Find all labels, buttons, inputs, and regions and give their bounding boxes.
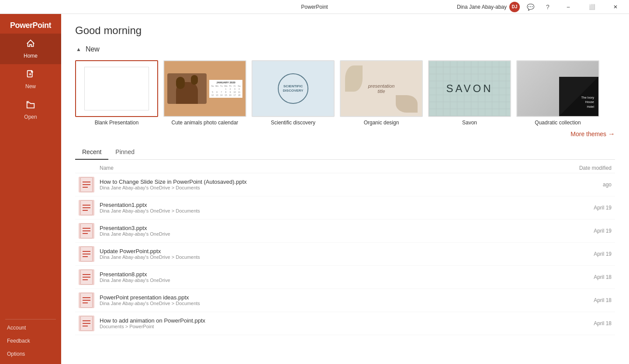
templates-grid: Blank Presentation	[75, 60, 615, 127]
blank-thumb	[75, 60, 158, 117]
template-animals[interactable]: JANUARY 2020 SuMoTuWeThFrSa 1234 5678910…	[163, 60, 246, 127]
animals-thumb: JANUARY 2020 SuMoTuWeThFrSa 1234 5678910…	[163, 60, 246, 117]
sidebar-divider	[5, 319, 56, 319]
blank-slide	[84, 67, 149, 111]
file-list: How to Change Slide Size in PowerPoint (…	[75, 173, 615, 335]
sidebar: PowerPoint Home	[0, 14, 61, 364]
file-row[interactable]: How to add animation on PowerPoint.pptx …	[75, 312, 615, 335]
sidebar-item-account[interactable]: Account	[0, 321, 61, 334]
file-row[interactable]: Presentation8.pptx Dina Jane Abay-abay's…	[75, 266, 615, 289]
file-row[interactable]: Presentation3.pptx Dina Jane Abay-abay's…	[75, 220, 615, 243]
tab-pinned[interactable]: Pinned	[108, 145, 142, 160]
open-icon	[26, 100, 35, 112]
account-label: Account	[7, 325, 26, 331]
sidebar-open-label: Open	[24, 114, 37, 120]
template-quadratic[interactable]: The IvoryHouseHotel Quadratic collection	[516, 60, 599, 127]
sidebar-item-feedback[interactable]: Feedback	[0, 334, 61, 347]
file-date: ago	[577, 182, 612, 188]
header-name: Name	[79, 165, 568, 171]
scientific-circle: SCIENTIFICDISCOVERY	[278, 73, 308, 104]
more-themes-link[interactable]: More themes →	[570, 130, 615, 138]
file-row[interactable]: Update PowerPoint.pptx Dina Jane Abay-ab…	[75, 243, 615, 266]
sidebar-item-options[interactable]: Options	[0, 347, 61, 361]
user-info[interactable]: Dina Jane Abay-abay DJ	[457, 2, 520, 12]
avatar[interactable]: DJ	[509, 2, 520, 12]
template-scientific[interactable]: SCIENTIFICDISCOVERY Scientific discovery	[252, 60, 335, 127]
options-label: Options	[7, 351, 25, 357]
quadratic-thumb: The IvoryHouseHotel	[516, 60, 599, 117]
file-info: PowerPoint presentation ideas.pptx Dina …	[100, 294, 571, 306]
new-section-title: New	[86, 45, 100, 53]
file-icon	[79, 316, 94, 331]
file-path: Dina Jane Abay-abay's OneDrive	[100, 231, 571, 237]
file-row[interactable]: Presentation1.pptx Dina Jane Abay-abay's…	[75, 196, 615, 220]
file-path: Documents > PowerPoint	[100, 324, 571, 329]
main-inner: Good morning ▲ New Blank Presentation	[61, 14, 629, 346]
file-name: Presentation1.pptx	[100, 202, 571, 208]
file-date: April 18	[577, 320, 612, 326]
template-organic[interactable]: presentationtitle Organic design	[340, 60, 423, 127]
file-date: April 19	[577, 205, 612, 211]
template-savon-label: Savon	[428, 120, 511, 127]
title-bar-controls: Dina Jane Abay-abay DJ 💬 ? – ⬜ ✕	[457, 0, 626, 14]
template-quadratic-label: Quadratic collection	[516, 120, 599, 127]
file-name: PowerPoint presentation ideas.pptx	[100, 294, 571, 301]
file-list-header: Name Date modified	[75, 163, 615, 173]
savon-thumb: SAVON	[428, 60, 511, 117]
file-path: Dina Jane Abay-abay's OneDrive	[100, 278, 571, 283]
file-icon	[79, 246, 94, 262]
sidebar-item-home[interactable]: Home	[0, 34, 61, 64]
file-date: April 19	[577, 228, 612, 234]
file-name: How to Change Slide Size in PowerPoint (…	[100, 179, 571, 185]
file-name: Presentation3.pptx	[100, 225, 571, 231]
sidebar-new-label: New	[25, 83, 36, 89]
file-info: Presentation1.pptx Dina Jane Abay-abay's…	[100, 202, 571, 213]
file-path: Dina Jane Abay-abay's OneDrive > Documen…	[100, 185, 571, 190]
file-row[interactable]: PowerPoint presentation ideas.pptx Dina …	[75, 289, 615, 312]
sidebar-home-label: Home	[24, 53, 38, 59]
file-info: How to Change Slide Size in PowerPoint (…	[100, 179, 571, 190]
help-button[interactable]: ?	[541, 0, 555, 14]
file-info: Presentation8.pptx Dina Jane Abay-abay's…	[100, 271, 571, 283]
file-info: How to add animation on PowerPoint.pptx …	[100, 317, 571, 329]
file-icon	[79, 292, 94, 308]
home-icon	[26, 39, 35, 51]
sidebar-logo: PowerPoint	[0, 14, 61, 34]
user-name: Dina Jane Abay-abay	[457, 4, 507, 10]
file-date: April 18	[577, 297, 612, 303]
app-body: PowerPoint Home	[0, 14, 629, 364]
file-icon	[79, 200, 94, 216]
template-scientific-label: Scientific discovery	[252, 120, 335, 127]
collapse-button[interactable]: ▲	[75, 45, 82, 53]
file-date: April 19	[577, 251, 612, 257]
sidebar-item-new[interactable]: New	[0, 64, 61, 95]
template-blank[interactable]: Blank Presentation	[75, 60, 158, 127]
sidebar-bottom: Account Feedback Options	[0, 321, 61, 364]
file-name: How to add animation on PowerPoint.pptx	[100, 317, 571, 324]
file-path: Dina Jane Abay-abay's OneDrive > Documen…	[100, 254, 571, 260]
sidebar-nav: Home New	[0, 34, 61, 317]
main-content: Good morning ▲ New Blank Presentation	[61, 14, 629, 364]
title-bar: PowerPoint Dina Jane Abay-abay DJ 💬 ? – …	[0, 0, 629, 14]
new-icon	[26, 69, 35, 82]
file-name: Presentation8.pptx	[100, 271, 571, 278]
template-organic-label: Organic design	[340, 120, 423, 127]
file-info: Presentation3.pptx Dina Jane Abay-abay's…	[100, 225, 571, 237]
file-path: Dina Jane Abay-abay's OneDrive > Documen…	[100, 208, 571, 213]
template-savon[interactable]: SAVON Savon	[428, 60, 511, 127]
file-row[interactable]: How to Change Slide Size in PowerPoint (…	[75, 173, 615, 196]
sidebar-item-open[interactable]: Open	[0, 95, 61, 125]
feedback-label: Feedback	[7, 338, 30, 344]
new-section-header: ▲ New	[75, 45, 615, 53]
minimize-button[interactable]: –	[558, 0, 578, 14]
template-animals-label: Cute animals photo calendar	[163, 120, 246, 127]
comments-button[interactable]: 💬	[523, 0, 537, 14]
template-blank-label: Blank Presentation	[75, 120, 158, 127]
file-path: Dina Jane Abay-abay's OneDrive > Documen…	[100, 301, 571, 306]
close-button[interactable]: ✕	[605, 0, 626, 14]
maximize-button[interactable]: ⬜	[582, 0, 602, 14]
more-themes-row: More themes →	[75, 130, 615, 138]
tab-recent[interactable]: Recent	[75, 145, 108, 160]
calendar-area: JANUARY 2020 SuMoTuWeThFrSa 1234 5678910…	[209, 80, 242, 98]
header-date: Date modified	[568, 165, 612, 171]
